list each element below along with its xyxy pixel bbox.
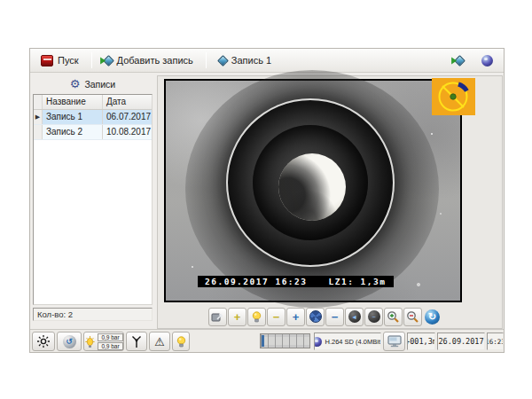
bulb-icon — [251, 310, 262, 324]
video-app-button[interactable] — [474, 51, 500, 70]
camera-view: 26.09.2017 16:23 LZ1: 1,3m — [164, 79, 462, 302]
table-row[interactable]: ▶ Запись 1 06.07.2017 — [34, 110, 152, 125]
gear-icon: ⚙ — [70, 78, 81, 90]
status-bar: ↺ 0,9 bar 0,9 bar ⚠ — [30, 329, 504, 352]
records-header-button[interactable]: ⚙ Записи — [33, 75, 153, 92]
codec-status: H.264 SD (4.0MBit) — [314, 332, 381, 350]
app-logo-icon — [41, 55, 53, 66]
records-panel: ⚙ Записи Название Дата ▶ Запись 1 06.07.… — [33, 75, 153, 321]
video-overlay-band: 26.09.2017 16:23 LZ1: 1,3m — [198, 276, 394, 287]
minus-icon: − — [332, 311, 339, 323]
toolbar-separator — [91, 52, 92, 68]
record-button-label: Запись 1 — [231, 55, 271, 66]
record-name: Запись 1 — [43, 110, 103, 124]
date-readout: 26.09.2017 — [437, 332, 485, 350]
monitor-button[interactable] — [383, 332, 405, 351]
record-icon — [217, 55, 229, 66]
date-column-header[interactable]: Дата — [103, 95, 152, 109]
zoom-in-button[interactable] — [384, 308, 403, 326]
plus-icon: + — [293, 311, 300, 323]
video-toolbar: + − + − ◄ — [208, 306, 442, 327]
film-strip-indicator — [260, 333, 310, 348]
snapshot-icon — [211, 311, 224, 323]
warning-icon: ⚠ — [154, 336, 165, 348]
bulb-icon — [176, 335, 187, 348]
overlay-locator: LZ1: 1,3m — [329, 277, 387, 286]
record-name: Запись 2 — [43, 125, 103, 139]
export-button[interactable] — [449, 53, 471, 68]
toolbar-separator — [206, 52, 207, 68]
record-date: 10.08.2017 — [103, 125, 152, 139]
brightness-icon — [36, 334, 51, 348]
table-row[interactable]: Запись 2 10.08.2017 — [34, 125, 152, 140]
pan-left-button[interactable]: ◄ — [345, 308, 364, 326]
inspection-app-window: Пуск Добавить запись Запись 1 ⚙ Записи — [29, 48, 505, 353]
row-marker-icon: ▶ — [34, 110, 43, 124]
pressure-top-value: 0,9 bar — [98, 333, 123, 341]
camera-reset-button[interactable]: ↺ — [57, 332, 82, 351]
records-table-header: Название Дата — [34, 95, 152, 110]
row-marker-empty — [34, 125, 43, 139]
reset-view-icon: ↻ — [425, 309, 440, 325]
start-button-label: Пуск — [58, 55, 79, 66]
reset-view-button[interactable]: ↻ — [423, 308, 442, 326]
minus-icon: − — [273, 311, 280, 323]
export-icon — [454, 55, 466, 66]
time-readout: 16:23 — [487, 332, 504, 350]
antenna-button[interactable] — [126, 332, 147, 351]
light-minus-button[interactable]: − — [267, 308, 286, 326]
distance-readout: +001,3m — [407, 332, 435, 350]
add-record-button[interactable]: Добавить запись — [98, 51, 200, 69]
add-record-label: Добавить запись — [117, 55, 193, 66]
focus-minus-button[interactable]: − — [325, 308, 344, 326]
warning-button[interactable]: ⚠ — [149, 332, 170, 351]
iris-button[interactable] — [306, 308, 325, 326]
records-table: Название Дата ▶ Запись 1 06.07.2017 Запи… — [33, 94, 153, 305]
records-header-label: Записи — [84, 79, 115, 90]
pan-stop-button[interactable]: − — [364, 308, 383, 326]
iris-icon — [309, 310, 322, 323]
pressure-lamp-button[interactable]: 0,9 bar 0,9 bar — [83, 332, 124, 351]
zoom-in-icon — [387, 310, 400, 324]
codec-label: H.264 SD (4.0MBit) — [325, 338, 381, 346]
focus-plus-button[interactable]: + — [286, 308, 305, 326]
monitor-icon — [387, 335, 402, 348]
snapshot-button[interactable] — [208, 308, 227, 326]
zoom-out-icon — [406, 310, 419, 324]
camera-reset-icon: ↺ — [63, 335, 76, 348]
pipe-end-shadow — [278, 153, 346, 221]
led-lamp-icon — [84, 335, 96, 348]
record-date: 06.07.2017 — [103, 110, 152, 124]
brightness-button[interactable] — [32, 332, 55, 351]
codec-icon — [314, 337, 322, 347]
pressure-readouts: 0,9 bar 0,9 bar — [98, 333, 123, 350]
start-button[interactable]: Пуск — [34, 51, 86, 70]
add-record-icon — [103, 55, 114, 66]
roll-compass-indicator — [432, 78, 475, 115]
lamp-button[interactable] — [247, 308, 266, 326]
bulb-button[interactable] — [172, 332, 190, 351]
pan-stop-icon: − — [368, 310, 380, 323]
light-plus-button[interactable]: + — [228, 308, 246, 326]
zoom-out-button[interactable] — [403, 308, 422, 326]
record-button[interactable]: Запись 1 — [212, 51, 278, 69]
name-column-header[interactable]: Название — [43, 95, 103, 109]
marker-column-header — [34, 95, 43, 109]
pan-left-icon: ◄ — [348, 310, 361, 323]
pressure-bottom-value: 0,9 bar — [98, 342, 123, 350]
plus-icon: + — [234, 311, 241, 323]
top-toolbar: Пуск Добавить запись Запись 1 — [30, 49, 504, 73]
film-position-marker — [262, 335, 264, 347]
video-app-icon — [481, 55, 493, 66]
antenna-icon — [130, 335, 143, 348]
video-panel: 26.09.2017 16:23 LZ1: 1,3m + — [157, 75, 503, 329]
overlay-datetime: 26.09.2017 16:23 — [205, 277, 308, 286]
record-count-status: Кол-во: 2 — [33, 308, 153, 321]
